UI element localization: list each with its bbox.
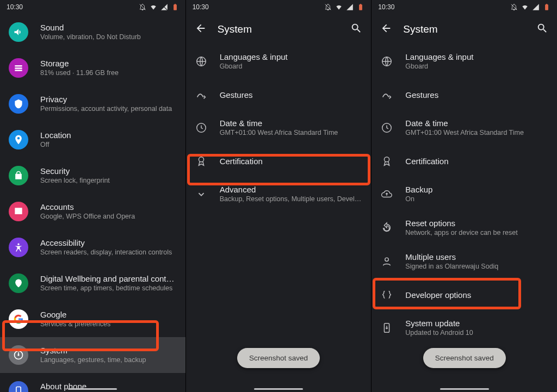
header: System: [372, 14, 557, 45]
svg-point-0: [17, 244, 19, 245]
status-time: 10:30: [7, 3, 23, 11]
back-button[interactable]: [380, 22, 392, 36]
dnd-off-icon: [510, 3, 518, 11]
label: Backup: [405, 184, 548, 195]
settings-item-location[interactable]: LocationOff: [0, 122, 185, 158]
snackbar[interactable]: Screenshot saved: [237, 348, 320, 368]
system-item-certification[interactable]: Certification: [186, 145, 372, 177]
status-bar: 10:30: [372, 0, 557, 14]
system-item-multiusers[interactable]: Multiple usersSigned in as Olanrewaju So…: [372, 245, 557, 278]
storage-icon: [9, 58, 28, 78]
sublabel: Volume, vibration, Do Not Disturb: [40, 33, 177, 42]
phone-3: 10:30 System Languages & inputGboard Ges…: [371, 0, 557, 392]
snackbar[interactable]: Screenshot saved: [423, 348, 506, 368]
sublabel: Services & preferences: [40, 320, 177, 329]
status-time: 10:30: [193, 3, 209, 11]
battery-icon: [357, 3, 364, 11]
gestures-icon: [380, 88, 393, 101]
status-icons: [510, 3, 550, 11]
sublabel: Permissions, account activity, personal …: [40, 104, 177, 114]
wifi-icon: [335, 3, 343, 11]
globe-icon: [380, 55, 393, 68]
gestures-icon: [195, 88, 208, 101]
label: Languages & input: [405, 52, 548, 62]
system-item-certification[interactable]: Certification: [372, 145, 557, 177]
clock-icon: [195, 121, 208, 134]
chevron-down-icon: [195, 188, 208, 201]
system-item-gestures[interactable]: Gestures: [372, 78, 557, 111]
nav-handle[interactable]: [440, 388, 489, 390]
google-icon: [9, 309, 28, 329]
system-item-update[interactable]: System updateUpdated to Android 10: [372, 311, 557, 345]
label: Accessibility: [40, 238, 177, 248]
sublabel: On: [405, 195, 548, 204]
system-icon: [9, 345, 28, 365]
label: System: [40, 345, 177, 356]
settings-item-security[interactable]: SecurityScreen lock, fingerprint: [0, 158, 185, 194]
nav-handle[interactable]: [68, 388, 117, 390]
location-icon: [9, 130, 28, 150]
nav-handle[interactable]: [254, 388, 303, 390]
system-list-expanded[interactable]: Languages & inputGboard Gestures Date & …: [372, 45, 557, 392]
braces-icon: [380, 288, 393, 301]
label: Accounts: [40, 202, 177, 212]
page-title: System: [403, 23, 525, 35]
cloud-icon: [380, 188, 393, 201]
phone-2: 10:30 System Languages & inputGboard Ges…: [185, 0, 372, 392]
search-button[interactable]: [536, 22, 548, 36]
badge-icon: [380, 154, 393, 167]
label: Certification: [405, 156, 548, 166]
label: System update: [405, 318, 548, 328]
settings-item-privacy[interactable]: PrivacyPermissions, account activity, pe…: [0, 86, 185, 122]
signal-icon: [160, 3, 168, 11]
system-item-languages[interactable]: Languages & inputGboard: [372, 45, 557, 78]
status-icons: [139, 3, 179, 11]
sublabel: Gboard: [405, 62, 548, 71]
settings-item-accessibility[interactable]: AccessibilityScreen readers, display, in…: [0, 229, 185, 265]
search-button[interactable]: [350, 22, 362, 36]
label: Reset options: [405, 218, 548, 228]
reset-icon: [380, 221, 393, 234]
system-item-backup[interactable]: BackupOn: [372, 177, 557, 211]
system-item-advanced[interactable]: AdvancedBackup, Reset options, Multiple …: [186, 177, 372, 211]
sublabel: Screen readers, display, interaction con…: [40, 248, 177, 257]
header: System: [186, 14, 372, 45]
privacy-icon: [9, 94, 28, 114]
label: Digital Wellbeing and parental controls: [40, 273, 177, 284]
sublabel: Signed in as Olanrewaju Sodiq: [405, 262, 548, 271]
label: Date & time: [405, 118, 548, 128]
settings-item-system[interactable]: SystemLanguages, gestures, time, backup: [0, 337, 185, 373]
system-item-datetime[interactable]: Date & timeGMT+01:00 West Africa Standar…: [186, 111, 372, 145]
dnd-off-icon: [324, 3, 332, 11]
accessibility-icon: [9, 238, 28, 257]
back-button[interactable]: [195, 22, 207, 36]
settings-item-sound[interactable]: SoundVolume, vibration, Do Not Disturb: [0, 14, 185, 50]
globe-icon: [195, 55, 208, 68]
wifi-icon: [150, 3, 157, 11]
system-list[interactable]: Languages & inputGboard Gestures Date & …: [186, 45, 372, 392]
system-item-developer[interactable]: Developer options: [372, 278, 557, 311]
sublabel: GMT+01:00 West Africa Standard Time: [220, 128, 363, 138]
settings-list[interactable]: SoundVolume, vibration, Do Not Disturb S…: [0, 14, 185, 392]
sublabel: Google, WPS Office and Opera: [40, 212, 177, 221]
wifi-icon: [521, 3, 529, 11]
settings-item-wellbeing[interactable]: Digital Wellbeing and parental controlsS…: [0, 265, 185, 301]
system-item-datetime[interactable]: Date & timeGMT+01:00 West Africa Standar…: [372, 111, 557, 145]
battery-icon: [171, 3, 179, 11]
sublabel: Backup, Reset options, Multiple users, D…: [220, 195, 363, 204]
settings-item-google[interactable]: GoogleServices & preferences: [0, 301, 185, 337]
sound-icon: [9, 22, 28, 42]
sublabel: Network, apps or device can be reset: [405, 228, 548, 238]
battery-icon: [543, 3, 550, 11]
page-title: System: [218, 23, 340, 35]
phone-1: 10:30 SoundVolume, vibration, Do Not Dis…: [0, 0, 185, 392]
security-icon: [9, 166, 28, 185]
label: Developer options: [405, 290, 548, 300]
system-item-languages[interactable]: Languages & inputGboard: [186, 45, 372, 78]
system-item-reset[interactable]: Reset optionsNetwork, apps or device can…: [372, 211, 557, 245]
settings-item-storage[interactable]: Storage81% used · 11.96 GB free: [0, 50, 185, 86]
label: Location: [40, 130, 177, 140]
settings-item-accounts[interactable]: AccountsGoogle, WPS Office and Opera: [0, 194, 185, 229]
system-item-gestures[interactable]: Gestures: [186, 78, 372, 111]
signal-icon: [532, 3, 540, 11]
